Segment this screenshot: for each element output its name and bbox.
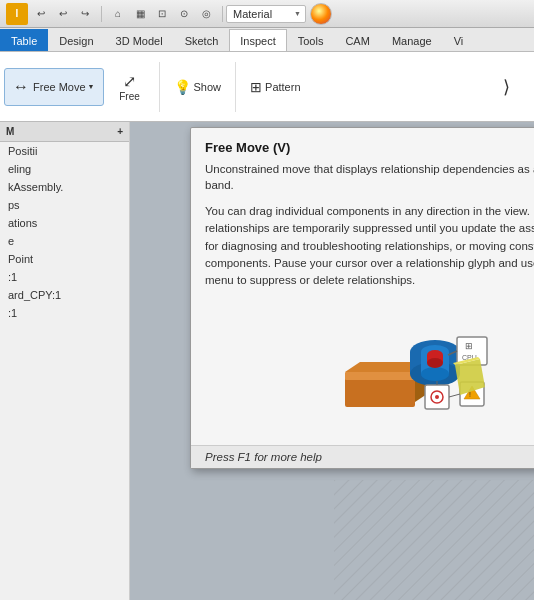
- tab-design[interactable]: Design: [48, 29, 104, 51]
- sidebar-item-cpy[interactable]: ard_CPY:1: [0, 286, 129, 304]
- redo-button[interactable]: ↪: [76, 5, 94, 23]
- sidebar-header-plus[interactable]: +: [117, 126, 123, 137]
- svg-text:⊞: ⊞: [465, 341, 473, 351]
- tab-sketch[interactable]: Sketch: [174, 29, 230, 51]
- free-move-label: Free Move: [33, 81, 86, 93]
- free-move-button[interactable]: ↔ Free Move ▼: [4, 68, 104, 106]
- ribbon-tabs: Table Design 3D Model Sketch Inspect Too…: [0, 28, 534, 52]
- tab-inspect[interactable]: Inspect: [229, 29, 286, 51]
- sidebar-item-1[interactable]: :1: [0, 268, 129, 286]
- undo-button[interactable]: ↩: [32, 5, 50, 23]
- pattern-button[interactable]: ⊞ Pattern: [241, 68, 309, 106]
- circle-button[interactable]: ⊙: [175, 5, 193, 23]
- sidebar-header: M +: [0, 122, 129, 142]
- show-label: Show: [194, 81, 222, 93]
- show-icon: 💡: [174, 79, 191, 95]
- ribbon-sep2: [235, 62, 236, 112]
- sidebar-header-m: M: [6, 126, 14, 137]
- tab-3dmodel[interactable]: 3D Model: [105, 29, 174, 51]
- sidebar-item-assembly[interactable]: kAssembly.: [0, 178, 129, 196]
- separator2: [222, 6, 223, 22]
- tooltip-description: You can drag individual components in an…: [205, 203, 534, 289]
- dropdown-arrow-icon: ▼: [88, 83, 95, 90]
- svg-line-25: [449, 394, 460, 397]
- tooltip-body: Free Move (V) Unconstrained move that di…: [191, 128, 534, 445]
- tab-tools[interactable]: Tools: [287, 29, 335, 51]
- pattern-label: Pattern: [265, 81, 300, 93]
- box-button[interactable]: ⊡: [153, 5, 171, 23]
- svg-rect-3: [345, 372, 415, 380]
- sidebar-item-point[interactable]: Point: [0, 250, 129, 268]
- appearance-button[interactable]: [310, 3, 332, 25]
- assembly-illustration: ⊞ CPU !: [305, 307, 505, 427]
- tooltip-title: Free Move (V): [205, 140, 534, 155]
- show-button[interactable]: 💡 Show: [165, 68, 231, 106]
- svg-point-11: [421, 367, 449, 381]
- grid-button[interactable]: ▦: [131, 5, 149, 23]
- sidebar-item-ps[interactable]: ps: [0, 196, 129, 214]
- svg-rect-1: [334, 480, 534, 600]
- tab-cam[interactable]: CAM: [334, 29, 380, 51]
- undo2-button[interactable]: ↩: [54, 5, 72, 23]
- material-dropdown[interactable]: Material: [226, 5, 306, 23]
- ribbon-toolbar: ↔ Free Move ▼ ⤢ Free 💡 Show ⊞ Pattern ⟩: [0, 52, 534, 122]
- home-button[interactable]: ⌂: [109, 5, 127, 23]
- sidebar: M + Positii eling kAssembly. ps ations e…: [0, 122, 130, 600]
- extra-right-button[interactable]: ⟩: [482, 68, 530, 106]
- pattern-icon: ⊞: [250, 79, 262, 95]
- free-button[interactable]: ⤢ Free: [106, 68, 154, 106]
- main-area: M + Positii eling kAssembly. ps ations e…: [0, 122, 534, 600]
- target-button[interactable]: ◎: [197, 5, 215, 23]
- sidebar-item-1b[interactable]: :1: [0, 304, 129, 322]
- title-bar-icons: ↩ ↩ ↪ ⌂ ▦ ⊡ ⊙ ◎: [32, 5, 226, 23]
- title-bar: I ↩ ↩ ↪ ⌂ ▦ ⊡ ⊙ ◎ Material: [0, 0, 534, 28]
- bg-stripes: [334, 480, 534, 600]
- ribbon-sep1: [159, 62, 160, 112]
- sidebar-item-e[interactable]: e: [0, 232, 129, 250]
- content-area: Free Move (V) Unconstrained move that di…: [130, 122, 534, 600]
- extra-right-icon: ⟩: [503, 76, 510, 98]
- tab-vi[interactable]: Vi: [443, 29, 475, 51]
- free-label: Free: [119, 91, 140, 102]
- tooltip-footer: Press F1 for more help: [191, 445, 534, 468]
- svg-point-14: [427, 358, 443, 368]
- free-move-icon: ↔: [13, 78, 29, 96]
- sidebar-item-eling[interactable]: eling: [0, 160, 129, 178]
- svg-rect-2: [345, 377, 415, 407]
- svg-point-24: [435, 395, 439, 399]
- app-logo: I: [6, 3, 28, 25]
- free-icon: ⤢: [123, 72, 136, 91]
- tooltip-image-area: ⊞ CPU !: [205, 297, 534, 435]
- sidebar-item-positii[interactable]: Positii: [0, 142, 129, 160]
- separator1: [101, 6, 102, 22]
- tab-table[interactable]: Table: [0, 29, 48, 51]
- tab-manage[interactable]: Manage: [381, 29, 443, 51]
- tooltip-subtitle: Unconstrained move that displays relatio…: [205, 161, 534, 193]
- tooltip-popup: Free Move (V) Unconstrained move that di…: [190, 127, 534, 469]
- svg-text:!: !: [469, 391, 471, 398]
- sidebar-item-ations[interactable]: ations: [0, 214, 129, 232]
